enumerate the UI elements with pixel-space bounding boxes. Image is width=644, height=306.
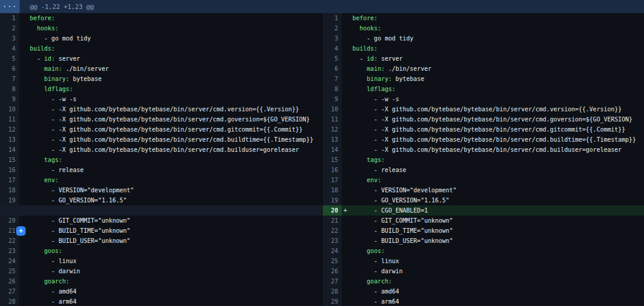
line-number[interactable]: 10 — [0, 104, 19, 114]
code-line: - GO_VERSION="1.16.5" — [30, 195, 322, 205]
diff-marker — [342, 155, 352, 165]
diff-marker — [19, 296, 30, 306]
diff-marker — [19, 13, 30, 23]
line-number[interactable]: 16 — [323, 165, 342, 175]
line-number[interactable]: 11 — [323, 114, 342, 124]
line-number[interactable]: 26 — [323, 266, 342, 276]
line-number[interactable]: 8 — [323, 84, 342, 94]
code-line: - arm64 — [30, 296, 322, 306]
code-line: - release — [30, 165, 322, 175]
line-number[interactable]: 18 — [0, 185, 19, 195]
line-number[interactable]: 5 — [323, 54, 342, 64]
line-number[interactable]: 2 — [323, 23, 342, 33]
diff-row: 9 - -w -s — [323, 94, 644, 104]
line-number[interactable]: 6 — [0, 64, 19, 74]
line-number[interactable]: 23 — [323, 236, 342, 246]
line-number[interactable]: 26 — [0, 276, 19, 286]
line-number[interactable]: 16 — [0, 165, 19, 175]
line-number[interactable]: 25 — [323, 256, 342, 266]
code-token — [352, 86, 367, 92]
line-number[interactable]: 3 — [0, 33, 19, 43]
code-token: - linux — [30, 258, 76, 264]
line-number[interactable]: 20 — [323, 205, 342, 216]
line-number[interactable]: 14 — [323, 145, 342, 155]
code-line: - -X github.com/bytebase/bytebase/bin/se… — [352, 124, 644, 135]
line-number[interactable]: 24 — [0, 256, 19, 266]
line-number[interactable]: 4 — [323, 43, 342, 54]
line-number[interactable]: 25 — [0, 266, 19, 276]
line-number[interactable]: 22 — [323, 226, 342, 236]
line-number[interactable]: 4 — [0, 43, 19, 54]
code-line: - linux — [30, 256, 322, 266]
line-number[interactable]: 9 — [0, 94, 19, 104]
line-number[interactable]: 7 — [0, 74, 19, 84]
expand-hunk-button[interactable]: ··· — [0, 0, 20, 13]
code-line: - VERSION="development" — [352, 185, 644, 195]
line-number[interactable]: 15 — [323, 155, 342, 165]
line-number[interactable]: 19 — [0, 195, 19, 205]
line-number[interactable]: 23 — [0, 246, 19, 256]
diff-marker — [19, 256, 30, 266]
line-number[interactable]: 3 — [323, 33, 342, 43]
code-token — [30, 278, 44, 285]
line-number[interactable]: 13 — [0, 135, 19, 145]
line-number[interactable]: 17 — [0, 175, 19, 185]
code-token: - amd64 — [30, 288, 76, 295]
code-token: server — [377, 55, 402, 62]
diff-marker — [342, 296, 352, 306]
line-number[interactable]: 1 — [323, 13, 342, 23]
line-number[interactable]: 2 — [0, 23, 19, 33]
line-number[interactable]: 9 — [323, 94, 342, 104]
line-number[interactable]: 1 — [0, 13, 19, 23]
line-number[interactable]: 17 — [323, 175, 342, 185]
code-line: - -w -s — [30, 94, 322, 104]
code-line: - BUILD_USER="unknown" — [30, 236, 322, 246]
line-number[interactable]: 27 — [0, 286, 19, 296]
line-number[interactable]: 13 — [323, 135, 342, 145]
line-number[interactable]: 12 — [323, 124, 342, 135]
line-number[interactable]: 29 — [323, 296, 342, 306]
code-line: - linux — [352, 256, 644, 266]
line-number[interactable]: 5 — [0, 54, 19, 64]
code-line: binary: bytebase — [30, 74, 322, 84]
line-number[interactable]: 10 — [323, 104, 342, 114]
line-number[interactable]: 18 — [323, 185, 342, 195]
code-token: - -X github.com/bytebase/bytebase/bin/se… — [352, 136, 636, 143]
code-token — [352, 25, 360, 32]
line-number[interactable]: 27 — [323, 276, 342, 286]
line-number[interactable]: 21 — [323, 216, 342, 226]
code-line: main: ./bin/server — [30, 64, 322, 74]
diff-row: 2 hooks: — [0, 23, 322, 33]
line-number[interactable]: 15 — [0, 155, 19, 165]
yaml-key-token: id: — [367, 55, 377, 62]
line-number[interactable]: 19 — [323, 195, 342, 205]
diff-pane-new: 1before:2 hooks:3 - go mod tidy4builds:5… — [322, 13, 644, 306]
line-number[interactable]: 7 — [323, 74, 342, 84]
code-token: - BUILD_USER="unknown" — [30, 238, 131, 244]
line-number[interactable]: 14 — [0, 145, 19, 155]
line-number[interactable]: 6 — [323, 64, 342, 74]
line-number[interactable]: 24 — [323, 246, 342, 256]
line-number[interactable]: 20 — [0, 216, 19, 226]
diff-marker — [342, 216, 352, 226]
code-token — [30, 76, 44, 82]
line-number[interactable]: 28 — [323, 286, 342, 296]
diff-row: 21 - BUILD_TIME="unknown"+ — [0, 226, 322, 236]
line-number[interactable]: 11 — [0, 114, 19, 124]
line-number[interactable]: 28 — [0, 296, 19, 306]
add-comment-button[interactable]: + — [16, 226, 26, 236]
code-line: - -X github.com/bytebase/bytebase/bin/se… — [352, 135, 644, 145]
diff-marker — [342, 195, 352, 205]
code-token: - release — [30, 167, 83, 173]
code-line: env: — [352, 175, 644, 185]
diff-marker — [19, 175, 30, 185]
yaml-key-token: builds: — [30, 45, 55, 52]
line-number[interactable]: 12 — [0, 124, 19, 135]
diff-marker — [342, 43, 352, 54]
line-number[interactable]: 22 — [0, 236, 19, 246]
hunk-header-text: @@ -1,22 +1,23 @@ — [30, 3, 94, 10]
diff-marker — [342, 33, 352, 43]
line-number[interactable]: 8 — [0, 84, 19, 94]
diff-row-filler — [0, 205, 322, 216]
diff-row: 1before: — [0, 13, 322, 23]
